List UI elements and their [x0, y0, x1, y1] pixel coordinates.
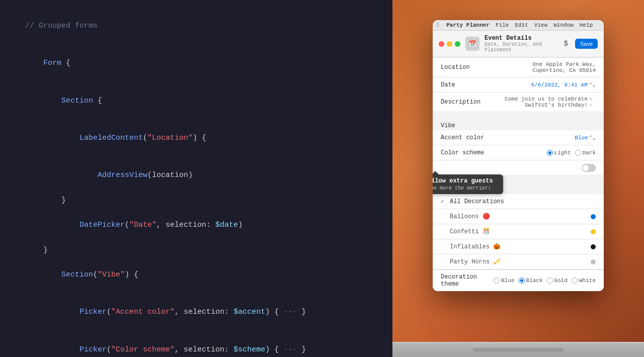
laptop-base: [392, 342, 644, 357]
color-scheme-row: Color scheme Light Dark: [433, 145, 604, 160]
location-label: Location: [441, 64, 481, 71]
date-label: Date: [441, 81, 481, 88]
code-line-blank: [25, 33, 367, 45]
description-value: Come join us to celebrate SwiftUI's birt…: [481, 96, 588, 108]
date-row: Date 6/6/2022, 9:41 AM ⌃⌄: [433, 77, 604, 93]
titlebar-text: Event Details Date, Duration, And Placem…: [485, 35, 559, 53]
check-all-icon: ✓: [441, 198, 448, 205]
party-horns-color-dot: [591, 259, 596, 264]
code-section-vibe: Section("Vibe") {: [25, 256, 367, 294]
toggle-row: Allow extra guests The more the merrier!: [433, 160, 604, 176]
toggle-switch[interactable]: [582, 164, 596, 172]
code-picker-scheme: Picker("Color scheme", selection: $schem…: [25, 331, 367, 357]
code-labeled-content: LabeledContent("Location") {: [25, 120, 367, 157]
mac-area:  Party Planner File Edit View Window He…: [392, 0, 644, 357]
balloons-row[interactable]: Balloons 🔴: [433, 209, 604, 224]
code-datepicker: DatePicker("Date", selection: $date): [25, 207, 367, 244]
decoration-theme-label: Decoration theme: [441, 274, 494, 288]
menu-view[interactable]: View: [534, 22, 547, 28]
maximize-button[interactable]: [455, 41, 460, 47]
close-button[interactable]: [439, 41, 444, 47]
window-title: Event Details: [485, 35, 559, 42]
code-comment: // Grouped forms: [25, 20, 367, 33]
radio-circle-gold: [547, 278, 553, 284]
color-scheme-label: Color scheme: [441, 149, 484, 156]
theme-black[interactable]: Black: [519, 278, 543, 284]
code-form-open: Form {: [25, 45, 367, 82]
color-scheme-options: Light Dark: [547, 150, 596, 156]
code-close-brace-2: }: [25, 244, 367, 257]
menubar:  Party Planner File Edit View Window He…: [433, 20, 604, 31]
radio-light[interactable]: Light: [547, 150, 571, 156]
radio-light-label: Light: [554, 150, 571, 156]
accent-stepper-icon[interactable]: ⌃⌄: [589, 134, 596, 141]
theme-blue[interactable]: Blue: [494, 278, 514, 284]
theme-black-label: Black: [526, 278, 543, 284]
radio-circle-light: [547, 150, 553, 156]
theme-options: Blue Black Gold White: [494, 278, 596, 284]
traffic-lights: [439, 41, 460, 47]
location-value: One Apple Park Way,Cupertino, CA 95014: [533, 61, 596, 73]
confetti-label: Confetti 🎊: [450, 228, 490, 235]
radio-circle-black: [519, 278, 525, 284]
radio-dark[interactable]: Dark: [575, 150, 596, 156]
date-value[interactable]: 6/6/2022, 9:41 AM: [531, 82, 588, 88]
accent-color-value[interactable]: Blue: [575, 135, 588, 141]
dollar-icon: $: [564, 40, 568, 48]
party-horns-row[interactable]: Party Horns 🎺: [433, 254, 604, 270]
accent-color-label: Accent color: [441, 134, 484, 141]
mac-window:  Party Planner File Edit View Window He…: [433, 20, 604, 291]
code-plain: {: [61, 59, 70, 67]
code-type-form: Form: [43, 59, 61, 67]
party-horns-label: Party Horns 🎺: [450, 258, 501, 265]
theme-gold[interactable]: Gold: [547, 278, 568, 284]
accent-color-row: Accent color Blue ⌃⌄: [433, 130, 604, 145]
vibe-header: Vibe: [433, 119, 604, 130]
date-stepper-icon[interactable]: ⌃⌄: [589, 81, 596, 88]
location-row: Location One Apple Park Way,Cupertino, C…: [433, 57, 604, 77]
tooltip-title: Allow extra guests: [433, 177, 498, 185]
theme-white[interactable]: White: [572, 278, 596, 284]
inflatables-label: Inflatables 🎃: [450, 243, 501, 250]
code-panel: // Grouped forms Form { Section { Labele…: [0, 0, 392, 357]
code-close-brace-1: }: [25, 195, 367, 207]
theme-gold-label: Gold: [554, 278, 568, 284]
titlebar-icon: 📅: [465, 37, 479, 51]
menu-file[interactable]: File: [496, 22, 509, 28]
confetti-row[interactable]: Confetti 🎊: [433, 224, 604, 239]
description-label: Description: [441, 99, 481, 106]
radio-circle-blue: [494, 278, 500, 284]
menu-help[interactable]: Help: [580, 22, 593, 28]
menu-window[interactable]: Window: [553, 22, 574, 28]
section-gap-1: [433, 112, 604, 119]
menu-app[interactable]: Party Planner: [446, 22, 490, 28]
radio-dark-label: Dark: [583, 150, 596, 156]
code-type-section: Section: [61, 97, 93, 105]
apple-logo-icon: : [437, 22, 440, 29]
edit-icon: ✎ ⋯: [589, 96, 596, 108]
balloons-label: Balloons 🔴: [450, 213, 490, 220]
titlebar: 📅 Event Details Date, Duration, And Plac…: [433, 31, 604, 57]
tooltip: Allow extra guests The more the merrier!: [433, 174, 503, 194]
confetti-color-dot: [591, 229, 596, 234]
form-content: Location One Apple Park Way,Cupertino, C…: [433, 57, 604, 291]
theme-blue-label: Blue: [501, 278, 514, 284]
description-row: Description Come join us to celebrate Sw…: [433, 93, 604, 112]
radio-circle-dark: [575, 150, 581, 156]
balloons-color-dot: [591, 214, 596, 219]
all-decorations-row[interactable]: ✓ All Decorations: [433, 194, 604, 209]
minimize-button[interactable]: [447, 41, 452, 47]
radio-circle-white: [572, 278, 578, 284]
code-address-view: AddressView(location): [25, 157, 367, 194]
window-subtitle: Date, Duration, And Placement: [485, 42, 559, 53]
code-picker-accent: Picker("Accent color", selection: $accen…: [25, 294, 367, 331]
save-button[interactable]: Save: [575, 39, 598, 49]
trackpad-notch: [473, 348, 564, 352]
all-decorations-label: All Decorations: [450, 198, 504, 205]
tooltip-subtitle: The more the merrier!: [433, 186, 498, 191]
code-section-open: Section {: [25, 82, 367, 120]
inflatables-color-dot: [591, 244, 596, 249]
inflatables-row[interactable]: Inflatables 🎃: [433, 239, 604, 254]
menu-edit[interactable]: Edit: [515, 22, 528, 28]
decoration-theme-row: Decoration theme Blue Black Gold: [433, 270, 604, 291]
